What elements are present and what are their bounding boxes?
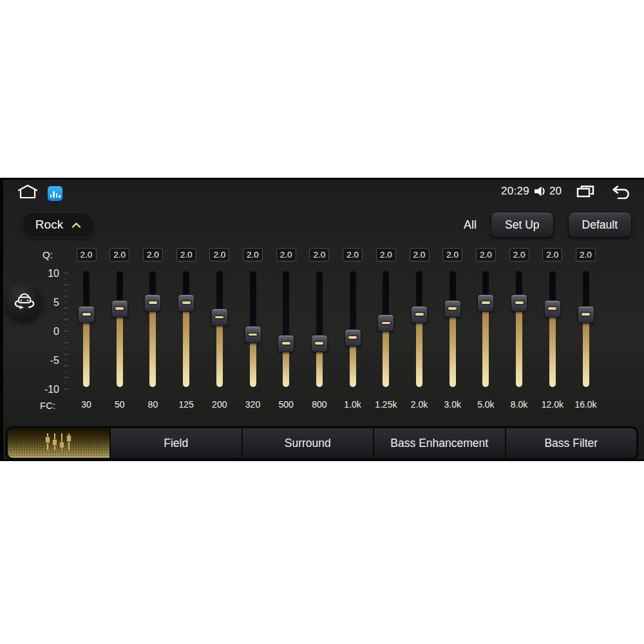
handle-grip-mark: [582, 313, 590, 316]
q-value-box[interactable]: 2.0: [542, 248, 562, 261]
fc-value-label: 200: [203, 399, 236, 410]
eq-slider-fill: [383, 323, 389, 388]
handle-grip-mark: [415, 313, 424, 316]
eq-slider[interactable]: [136, 271, 169, 387]
q-value-box[interactable]: 2.0: [476, 248, 496, 261]
tab-equalizer[interactable]: [8, 428, 109, 458]
gain-axis-label: 0: [53, 326, 59, 337]
q-value-box[interactable]: 2.0: [276, 248, 296, 261]
eq-slider[interactable]: [402, 271, 436, 387]
back-icon[interactable]: [611, 184, 631, 199]
q-value-box[interactable]: 2.0: [243, 248, 263, 261]
preset-dropdown[interactable]: Rock: [21, 212, 95, 238]
music-app-icon[interactable]: [48, 186, 62, 201]
q-value-box[interactable]: 2.0: [309, 248, 329, 261]
gain-axis-tick: [64, 290, 67, 291]
eq-slider-handle[interactable]: [245, 326, 261, 343]
gain-axis-tick: [64, 330, 69, 332]
eq-slider-fill: [216, 317, 223, 388]
eq-slider[interactable]: [303, 271, 336, 387]
fc-value-label: 320: [236, 399, 270, 410]
audio-settings-tab-bar: FieldSurroundBass EnhancementBass Filter: [6, 427, 638, 459]
q-value-box[interactable]: 2.0: [343, 248, 363, 261]
fc-value-label: 50: [103, 399, 137, 410]
q-value-box[interactable]: 2.0: [576, 248, 596, 261]
eq-band-column: 2.016.0k: [569, 248, 603, 410]
eq-slider-handle[interactable]: [578, 306, 594, 323]
eq-slider[interactable]: [203, 271, 236, 387]
handle-grip-mark: [548, 307, 556, 310]
eq-slider-handle[interactable]: [78, 306, 95, 323]
eq-slider-handle[interactable]: [311, 335, 328, 352]
eq-band-column: 2.03.0k: [436, 248, 469, 410]
eq-slider-fill: [149, 303, 156, 387]
eq-slider[interactable]: [103, 271, 137, 387]
gain-axis-tick: [64, 325, 67, 326]
eq-slider[interactable]: [269, 271, 303, 387]
tab-surround[interactable]: Surround: [243, 428, 374, 458]
eq-slider-handle[interactable]: [178, 294, 194, 312]
tab-bass-enhancement[interactable]: Bass Enhancement: [374, 428, 505, 458]
eq-slider[interactable]: [436, 271, 469, 387]
eq-band-column: 2.05.0k: [469, 248, 502, 410]
eq-slider[interactable]: [369, 271, 402, 387]
fc-value-label: 12.0k: [536, 399, 569, 410]
eq-slider-fill: [416, 314, 422, 387]
gain-axis-tick: [64, 301, 67, 303]
q-value-box[interactable]: 2.0: [176, 248, 196, 261]
eq-slider-handle[interactable]: [377, 314, 394, 332]
tab-label: Field: [164, 437, 188, 450]
eq-slider[interactable]: [236, 271, 270, 387]
home-icon[interactable]: [17, 184, 39, 202]
fc-value-label: 500: [269, 399, 303, 410]
speaker-icon[interactable]: [533, 184, 547, 198]
handle-grip-mark: [149, 301, 157, 304]
eq-slider-handle[interactable]: [544, 300, 561, 317]
eq-slider-handle[interactable]: [345, 329, 361, 346]
eq-slider-handle[interactable]: [477, 294, 494, 312]
fc-value-label: 1.25k: [369, 399, 402, 410]
tab-field[interactable]: Field: [111, 428, 242, 458]
eq-slider[interactable]: [502, 271, 536, 387]
gain-axis-tick: [64, 388, 69, 390]
fc-value-label: 5.0k: [469, 399, 502, 410]
q-value-box[interactable]: 2.0: [410, 248, 430, 261]
gain-axis-label: 5: [53, 297, 59, 308]
eq-slider-fill: [583, 314, 589, 387]
eq-slider-handle[interactable]: [511, 294, 527, 312]
eq-slider[interactable]: [469, 271, 502, 387]
eq-slider-handle[interactable]: [444, 300, 461, 317]
q-value-box[interactable]: 2.0: [509, 248, 529, 261]
gain-axis-tick: [64, 296, 69, 297]
eq-slider[interactable]: [536, 271, 569, 387]
gain-axis-tick: [64, 336, 67, 337]
q-value-box[interactable]: 2.0: [77, 248, 97, 261]
eq-slider[interactable]: [569, 271, 603, 387]
eq-slider[interactable]: [336, 271, 370, 387]
eq-slider[interactable]: [70, 271, 103, 387]
handle-grip-mark: [249, 334, 257, 336]
recent-apps-icon[interactable]: [576, 184, 595, 199]
gain-axis-tick: [64, 359, 67, 361]
eq-slider-handle[interactable]: [278, 335, 294, 352]
eq-slider[interactable]: [169, 271, 203, 387]
q-value-box[interactable]: 2.0: [442, 248, 462, 261]
eq-slider-handle[interactable]: [144, 294, 161, 312]
eq-slider-handle[interactable]: [211, 308, 228, 326]
q-value-box[interactable]: 2.0: [209, 248, 229, 261]
q-value-box[interactable]: 2.0: [143, 248, 163, 261]
tab-bass-filter[interactable]: Bass Filter: [506, 428, 637, 458]
eq-slider-handle[interactable]: [111, 300, 128, 317]
default-button[interactable]: Default: [568, 212, 632, 238]
eq-slider-handle[interactable]: [411, 306, 428, 323]
q-value-box[interactable]: 2.0: [376, 248, 396, 261]
gain-axis-tick: [64, 272, 69, 274]
handle-grip-mark: [115, 307, 124, 310]
volume-level: 20: [549, 185, 562, 198]
all-channels-label[interactable]: All: [464, 218, 477, 232]
fc-value-label: 3.0k: [436, 399, 469, 410]
car-audio-position-button[interactable]: [6, 283, 43, 320]
clock: 20:29: [501, 185, 529, 198]
set-up-button[interactable]: Set Up: [491, 212, 554, 238]
q-value-box[interactable]: 2.0: [109, 248, 129, 261]
